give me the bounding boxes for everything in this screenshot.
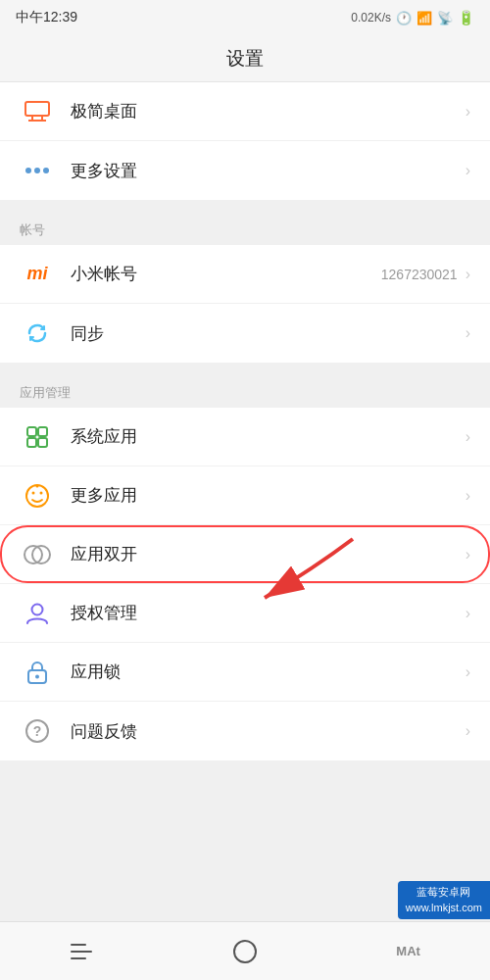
status-time: 中午12:39: [16, 9, 77, 26]
group-desktop: 极简桌面 › 更多设置 ›: [0, 82, 490, 200]
svg-rect-7: [27, 427, 36, 436]
svg-point-23: [234, 941, 256, 962]
feedback-icon: ?: [20, 713, 55, 749]
more-apps-icon: [20, 478, 55, 514]
chevron-icon: ›: [466, 324, 470, 342]
svg-rect-10: [38, 438, 47, 447]
network-speed: 0.02K/s: [351, 11, 391, 24]
watermark: 蓝莓安卓网www.lmkjst.com: [398, 881, 490, 919]
group-app-mgmt: 应用管理 系统应用 ›: [0, 372, 490, 760]
svg-point-6: [43, 168, 49, 173]
more-settings-label: 更多设置: [71, 160, 466, 182]
item-more-apps[interactable]: 更多应用 ›: [0, 466, 490, 525]
item-more-settings[interactable]: 更多设置 ›: [0, 141, 490, 200]
more-apps-label: 更多应用: [71, 484, 466, 507]
svg-point-13: [40, 491, 43, 494]
separator-1: [0, 200, 490, 210]
separator-2: [0, 363, 490, 372]
home-icon: [232, 939, 258, 964]
settings-content: 极简桌面 › 更多设置 › 帐号: [0, 82, 490, 760]
dual-open-label: 应用双开: [71, 543, 466, 565]
page-title: 设置: [226, 46, 264, 72]
svg-rect-0: [25, 102, 49, 116]
item-system-apps[interactable]: 系统应用 ›: [0, 408, 490, 466]
feedback-label: 问题反馈: [71, 720, 466, 743]
list-desktop: 极简桌面 › 更多设置 ›: [0, 82, 490, 200]
svg-rect-9: [27, 438, 36, 447]
status-bar: 中午12:39 0.02K/s 🕐 📶 📡 🔋: [0, 0, 490, 35]
back-icon: [71, 944, 92, 959]
mi-account-label: 小米帐号: [71, 263, 381, 285]
item-sync[interactable]: 同步 ›: [0, 304, 490, 363]
auth-label: 授权管理: [71, 602, 466, 624]
mi-account-value: 1267230021: [381, 267, 458, 282]
item-app-lock[interactable]: 应用锁 ›: [0, 643, 490, 702]
nav-recent[interactable]: MAt: [379, 932, 438, 971]
chevron-icon: ›: [466, 663, 470, 681]
item-mi-account[interactable]: mi 小米帐号 1267230021 ›: [0, 245, 490, 304]
mi-icon: mi: [20, 257, 55, 292]
item-auth-manage[interactable]: 授权管理 ›: [0, 584, 490, 643]
svg-point-4: [25, 168, 31, 173]
svg-rect-8: [38, 427, 47, 436]
chevron-icon: ›: [466, 266, 470, 283]
svg-point-11: [26, 485, 48, 507]
chevron-icon: ›: [466, 546, 470, 564]
svg-text:?: ?: [33, 723, 42, 739]
chevron-icon: ›: [466, 605, 470, 622]
sync-icon: [20, 316, 55, 351]
status-icons: 0.02K/s 🕐 📶 📡 🔋: [351, 10, 474, 25]
signal-icon: 📶: [416, 11, 432, 25]
system-apps-label: 系统应用: [71, 425, 466, 448]
svg-point-5: [34, 168, 40, 173]
nav-back[interactable]: [52, 932, 111, 971]
battery-icon: 🔋: [458, 10, 474, 25]
group-account: 帐号 mi 小米帐号 1267230021 ›: [0, 210, 490, 363]
svg-point-17: [32, 604, 43, 614]
item-feedback[interactable]: ? 问题反馈 ›: [0, 702, 490, 760]
svg-point-19: [35, 674, 39, 678]
item-dual-open[interactable]: 应用双开 ›: [0, 525, 490, 584]
account-section-label: 帐号: [0, 210, 490, 245]
auth-icon: [20, 596, 55, 631]
more-settings-icon: [20, 153, 55, 188]
svg-point-14: [36, 484, 39, 487]
apps-grid-icon: [20, 419, 55, 455]
app-mgmt-section-label: 应用管理: [0, 372, 490, 408]
chevron-icon: ›: [466, 162, 470, 179]
bottom-nav: MAt: [0, 921, 490, 980]
lock-icon: [20, 655, 55, 690]
dual-open-icon: [20, 537, 55, 572]
chevron-icon: ›: [466, 487, 470, 505]
chevron-icon: ›: [466, 428, 470, 446]
list-account: mi 小米帐号 1267230021 › 同步 ›: [0, 245, 490, 363]
nav-home[interactable]: [216, 932, 274, 971]
recent-icon: MAt: [396, 944, 420, 958]
alarm-icon: 🕐: [396, 11, 412, 25]
chevron-icon: ›: [466, 722, 470, 740]
list-app-mgmt: 系统应用 › 更多应用 ›: [0, 408, 490, 760]
app-lock-label: 应用锁: [71, 661, 466, 683]
chevron-icon: ›: [466, 103, 470, 121]
simple-desktop-label: 极简桌面: [71, 100, 466, 122]
svg-point-12: [32, 491, 35, 494]
sync-label: 同步: [71, 322, 466, 345]
page-title-bar: 设置: [0, 35, 490, 82]
wifi-icon: 📡: [437, 11, 453, 25]
item-simple-desktop[interactable]: 极简桌面 ›: [0, 82, 490, 141]
simple-desktop-icon: [20, 94, 55, 129]
